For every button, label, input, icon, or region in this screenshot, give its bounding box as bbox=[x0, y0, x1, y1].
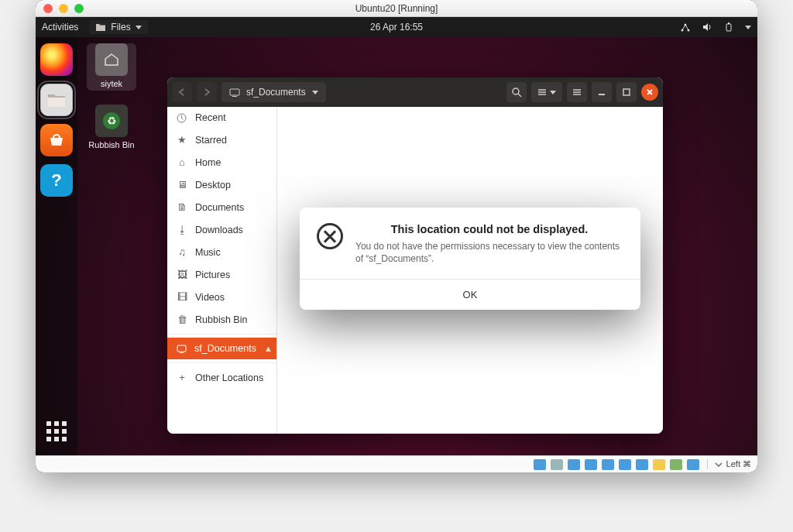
desktop-icon-label: Rubbish Bin bbox=[87, 140, 136, 149]
nav-back-button[interactable] bbox=[172, 82, 192, 102]
sidebar-item-label: Other Locations bbox=[195, 372, 263, 383]
vb-host-key-indicator[interactable]: Left ⌘ bbox=[707, 459, 751, 469]
show-applications-button[interactable] bbox=[40, 415, 73, 448]
virtualbox-statusbar: Left ⌘ bbox=[36, 455, 757, 472]
dock-software[interactable] bbox=[40, 124, 73, 156]
sidebar-item-downloads[interactable]: ⭳Downloads bbox=[167, 218, 276, 241]
sidebar-item-documents[interactable]: 🗎Documents bbox=[167, 196, 276, 218]
search-button[interactable] bbox=[506, 82, 527, 102]
sidebar-item-recent[interactable]: Recent bbox=[167, 107, 276, 129]
vb-mouse-icon[interactable] bbox=[687, 459, 699, 470]
ubuntu-dock: ? bbox=[36, 37, 77, 455]
sidebar-item-label: Downloads bbox=[195, 225, 243, 235]
svg-rect-5 bbox=[48, 98, 65, 107]
home-folder-icon bbox=[95, 43, 128, 76]
folder-icon bbox=[95, 22, 106, 32]
sidebar-item-rubbish-bin[interactable]: 🗑Rubbish Bin bbox=[167, 308, 276, 331]
vb-recording-icon[interactable] bbox=[653, 459, 665, 470]
sidebar-item-label: Rubbish Bin bbox=[195, 314, 247, 325]
drive-icon bbox=[177, 345, 187, 353]
svg-rect-4 bbox=[728, 22, 729, 24]
sidebar-item-label: Music bbox=[195, 247, 221, 258]
sidebar-item-label: Videos bbox=[195, 292, 225, 303]
vb-usb-icon[interactable] bbox=[602, 459, 614, 470]
hamburger-menu-button[interactable] bbox=[567, 82, 587, 102]
drive-icon bbox=[229, 88, 240, 97]
sidebar-item-label: Documents bbox=[195, 202, 244, 213]
window-minimize-button[interactable] bbox=[592, 82, 612, 102]
desktop-icon: 🖥 bbox=[177, 179, 187, 190]
dialog-ok-button[interactable]: OK bbox=[300, 279, 640, 310]
vb-hdd-icon[interactable] bbox=[534, 459, 546, 470]
host-vm-window: Ubuntu20 [Running] Activities Files 26 A… bbox=[36, 0, 757, 472]
path-label: sf_Documents bbox=[246, 87, 306, 98]
system-tray[interactable] bbox=[680, 22, 751, 33]
svg-rect-11 bbox=[177, 345, 186, 352]
sidebar-item-pictures[interactable]: 🖼Pictures bbox=[167, 263, 276, 286]
chevron-down-icon bbox=[745, 26, 751, 29]
star-icon: ★ bbox=[177, 134, 187, 146]
gnome-topbar: Activities Files 26 Apr 16:55 bbox=[36, 17, 757, 37]
sidebar-item-label: Pictures bbox=[195, 269, 230, 280]
desktop-icons: siytek ♻ Rubbish Bin bbox=[87, 43, 136, 149]
error-icon bbox=[317, 223, 343, 249]
download-icon: ⭳ bbox=[177, 224, 187, 235]
chevron-down-icon bbox=[714, 460, 723, 469]
clock-icon bbox=[177, 113, 187, 123]
svg-rect-9 bbox=[623, 89, 630, 95]
error-dialog: This location could not be displayed. Yo… bbox=[300, 208, 640, 310]
path-bar[interactable]: sf_Documents bbox=[221, 82, 326, 102]
app-menu[interactable]: Files bbox=[89, 20, 147, 34]
vb-display-icon[interactable] bbox=[636, 459, 648, 470]
music-icon: ♫ bbox=[177, 246, 187, 258]
volume-icon bbox=[702, 22, 712, 33]
svg-point-8 bbox=[513, 88, 519, 94]
ubuntu-desktop: Activities Files 26 Apr 16:55 bbox=[36, 17, 757, 455]
trash-icon: ♻ bbox=[95, 105, 128, 137]
window-maximize-button[interactable] bbox=[616, 82, 637, 102]
power-icon bbox=[723, 22, 734, 33]
vb-shared-folders-icon[interactable] bbox=[619, 459, 631, 470]
nav-forward-button[interactable] bbox=[197, 82, 217, 102]
sidebar-item-other-locations[interactable]: +Other Locations bbox=[167, 366, 276, 389]
svg-rect-12 bbox=[180, 352, 184, 353]
plus-icon: + bbox=[177, 372, 187, 383]
sidebar-item-videos[interactable]: 🎞Videos bbox=[167, 286, 276, 308]
home-icon: ⌂ bbox=[177, 156, 187, 168]
picture-icon: 🖼 bbox=[177, 269, 187, 280]
vb-host-key-label: Left ⌘ bbox=[726, 459, 751, 469]
docs-icon: 🗎 bbox=[177, 201, 187, 213]
dialog-title: This location could not be displayed. bbox=[355, 223, 623, 235]
dock-help[interactable]: ? bbox=[40, 164, 73, 197]
sidebar-item-starred[interactable]: ★Starred bbox=[167, 129, 276, 151]
vb-network-icon[interactable] bbox=[585, 459, 597, 470]
desktop-icon-label: siytek bbox=[87, 79, 136, 88]
sidebar-item-label: Starred bbox=[195, 135, 227, 146]
sidebar-item-label: Home bbox=[195, 157, 221, 168]
video-icon: 🎞 bbox=[177, 291, 187, 303]
svg-rect-3 bbox=[726, 24, 731, 31]
files-headerbar: sf_Documents bbox=[167, 77, 663, 107]
chevron-down-icon bbox=[550, 91, 556, 94]
view-toggle-button[interactable] bbox=[531, 82, 562, 102]
vb-audio-icon[interactable] bbox=[568, 459, 580, 470]
sidebar-item-home[interactable]: ⌂Home bbox=[167, 151, 276, 173]
files-content-area: This location could not be displayed. Yo… bbox=[277, 107, 663, 434]
files-window: sf_Documents bbox=[167, 77, 663, 434]
sidebar-item-sf_documents[interactable]: sf_Documents▲ bbox=[167, 338, 276, 359]
desktop-icon-trash[interactable]: ♻ Rubbish Bin bbox=[87, 105, 136, 149]
activities-button[interactable]: Activities bbox=[42, 22, 78, 33]
vb-cpu-icon[interactable] bbox=[670, 459, 682, 470]
trash-icon: 🗑 bbox=[177, 314, 187, 325]
sidebar-item-music[interactable]: ♫Music bbox=[167, 241, 276, 263]
sidebar-item-label: Desktop bbox=[195, 180, 231, 190]
window-close-button[interactable] bbox=[641, 84, 658, 101]
dock-firefox[interactable] bbox=[40, 43, 73, 76]
desktop-icon-home[interactable]: siytek bbox=[87, 43, 136, 91]
sidebar-item-desktop[interactable]: 🖥Desktop bbox=[167, 173, 276, 196]
vb-optical-icon[interactable] bbox=[551, 459, 563, 470]
svg-rect-6 bbox=[230, 89, 239, 95]
chevron-down-icon bbox=[136, 26, 142, 29]
eject-icon[interactable]: ▲ bbox=[264, 344, 273, 353]
dock-files[interactable] bbox=[40, 84, 73, 116]
